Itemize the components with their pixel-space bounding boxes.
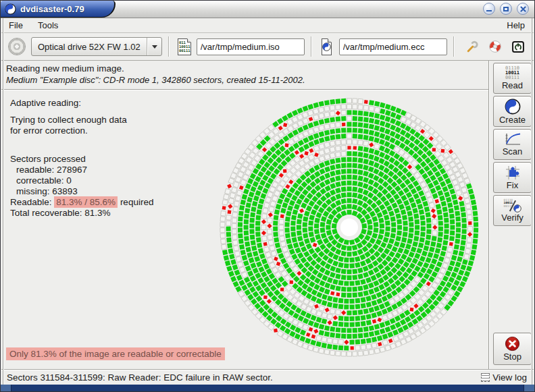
ecc-file-icon [322, 38, 332, 55]
lifebuoy-icon [488, 38, 502, 55]
create-button[interactable]: Create [493, 96, 532, 127]
titlebar[interactable]: dvdisaster-0.79 [1, 1, 534, 18]
menu-tools[interactable]: Tools [38, 20, 58, 30]
missing-row: missing: 63893 [10, 186, 213, 197]
log-list-icon [481, 373, 490, 382]
maximize-button[interactable] [500, 3, 512, 15]
window-title: dvdisaster-0.79 [20, 4, 84, 14]
preferences-button[interactable] [461, 36, 483, 57]
menu-help[interactable]: Help [507, 20, 525, 30]
puzzle-piece-icon [505, 165, 521, 180]
correctable-count: 0 [66, 175, 72, 186]
resize-grip-left[interactable] [1, 385, 11, 391]
window-bottom-frame [1, 385, 534, 391]
drive-selector-value: Optical drive 52X FW 1.02 [32, 42, 147, 52]
power-icon [511, 38, 525, 55]
image-file-input[interactable] [197, 38, 305, 55]
menubar: File Tools Help [1, 18, 534, 33]
ecc-file-input[interactable] [339, 38, 447, 55]
image-file-button[interactable]: 011 10011 00111 [176, 36, 193, 57]
toolbar: Optical drive 52X FW 1.02 011 10011 0011… [1, 33, 534, 61]
window-edge-left [3, 18, 4, 385]
verify-compare-icon: 01110 10011 00111 [504, 199, 521, 213]
quit-button[interactable] [507, 36, 529, 57]
titlebar-tab[interactable]: dvdisaster-0.79 [1, 1, 116, 18]
header: Reading new medium image. Medium "Exampl… [1, 61, 489, 90]
readable-percentage-row: Readable: 81.3% / 85.6% required [10, 197, 213, 208]
readable-count: 278967 [57, 165, 87, 175]
total-recoverable-row: Total recoverable: 81.3% [10, 208, 213, 219]
help-button[interactable] [484, 36, 506, 57]
minimize-button[interactable] [483, 3, 495, 15]
binary-read-icon: 01110 10011 00111 [505, 66, 519, 80]
fix-button[interactable]: Fix [493, 162, 532, 193]
yin-yang-icon [505, 99, 521, 115]
correctable-row: correctable: 0 [10, 175, 213, 186]
readable-row: readable: 278967 [10, 165, 213, 175]
page-subtitle: Medium "Example disc": CD-R mode 1, 3428… [6, 75, 489, 85]
toolbar-separator [168, 36, 170, 57]
verify-button[interactable]: 01110 10011 00111 Verify [493, 195, 532, 226]
warning-banner: Only 81.3% of the image are readable or … [6, 347, 225, 360]
sidebar-separator [488, 61, 490, 369]
toolbar-separator [453, 36, 455, 57]
window-edge-right [531, 18, 532, 385]
chevron-down-icon [152, 45, 157, 49]
status-message: Sectors 311584-311599: Raw Reader: EDC f… [7, 372, 273, 383]
optical-disc-icon [8, 38, 26, 55]
close-button[interactable] [517, 3, 529, 15]
ecc-file-button[interactable] [318, 36, 336, 57]
minimize-icon [486, 10, 492, 11]
iso-file-icon: 011 10011 00111 [178, 38, 191, 55]
missing-count: 63893 [52, 186, 78, 196]
status-panel: Adaptive reading: Trying to collect enou… [10, 98, 213, 219]
view-log-button[interactable]: View log [480, 372, 528, 383]
stop-icon [505, 336, 520, 352]
drive-selector[interactable]: Optical drive 52X FW 1.02 [31, 37, 162, 56]
statusbar: Sectors 311584-311599: Raw Reader: EDC f… [1, 369, 534, 385]
app-window: dvdisaster-0.79 File Tools Help Optical … [0, 0, 535, 392]
scan-curve-icon [504, 132, 521, 146]
close-icon [520, 6, 526, 12]
wrench-icon [465, 38, 479, 55]
maximize-icon [503, 7, 509, 11]
readable-percentage-badge: 81.3% / 85.6% [54, 196, 118, 208]
mode-label: Adaptive reading: [10, 98, 213, 109]
toolbar-separator [311, 36, 312, 57]
stop-button[interactable]: Stop [493, 333, 532, 365]
scan-button[interactable]: Scan [493, 129, 532, 160]
sectors-heading: Sectors processed [10, 154, 213, 165]
resize-grip-right[interactable] [524, 385, 534, 391]
read-button[interactable]: 01110 10011 00111 Read [493, 63, 532, 94]
menu-file[interactable]: File [9, 20, 23, 30]
page-title: Reading new medium image. [6, 63, 489, 74]
mode-description: Trying to collect enough data for error … [10, 115, 213, 136]
app-logo-icon [5, 3, 16, 15]
